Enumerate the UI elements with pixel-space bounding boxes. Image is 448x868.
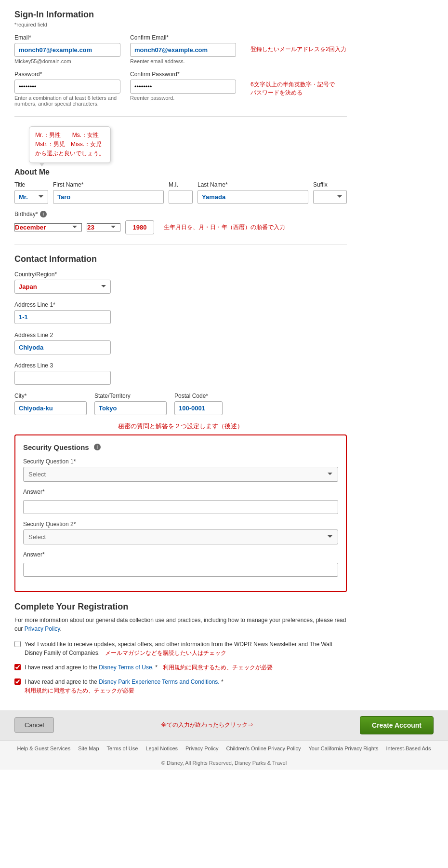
address3-input[interactable] <box>14 371 111 385</box>
security-answer2-group: Answer* <box>23 551 338 577</box>
country-select[interactable]: Japan <box>14 280 111 294</box>
birthday-annotation: 生年月日を、月・日・年（西暦）の順番で入力 <box>164 223 285 231</box>
state-input[interactable] <box>94 401 167 415</box>
privacy-policy-link[interactable]: Privacy Policy <box>25 625 60 632</box>
security-note: 秘密の質問と解答を２つ設定します（後述） <box>14 422 347 431</box>
security-answer1-group: Answer* <box>23 488 338 514</box>
about-me-heading: About Me <box>14 168 347 176</box>
last-name-label: Last Name* <box>198 181 308 188</box>
security-questions-box: Security Questions i Security Question 1… <box>14 434 347 592</box>
birthday-info-icon[interactable]: i <box>40 211 47 217</box>
city-label: City* <box>14 393 87 399</box>
park-terms-checkbox[interactable] <box>14 678 21 685</box>
bottom-annotation: 全ての入力が終わったらクリック⇒ <box>161 721 253 729</box>
confirm-email-hint: Reenter email address. <box>130 58 236 64</box>
email-label: Email* <box>14 34 120 41</box>
password-label: Password* <box>14 71 120 78</box>
footer-link-help[interactable]: Help & Guest Services <box>17 746 71 751</box>
email-placeholder-hint: Mickey55@domain.com <box>14 58 120 64</box>
address2-input[interactable] <box>14 340 111 354</box>
confirm-password-input[interactable] <box>130 80 236 94</box>
mi-label: M.I. <box>169 181 193 188</box>
footer-link-interest[interactable]: Interest-Based Ads <box>386 746 431 751</box>
title-select[interactable]: Mr. Ms. Mstr. Miss. <box>14 190 48 204</box>
address1-input[interactable] <box>14 310 111 324</box>
cancel-button[interactable]: Cancel <box>14 717 54 733</box>
suffix-label: Suffix <box>313 181 347 188</box>
terms-checkbox-row: I have read and agree to the Disney Term… <box>14 663 347 672</box>
confirm-password-label: Confirm Password* <box>130 71 236 78</box>
birthday-label: Birthday* <box>14 211 38 217</box>
footer-link-legal[interactable]: Legal Notices <box>145 746 178 751</box>
footer-copyright: © Disney, All Rights Reserved, Disney Pa… <box>0 756 448 770</box>
postal-label: Postal Code* <box>174 393 223 399</box>
confirm-email-label: Confirm Email* <box>130 34 236 41</box>
newsletter-checkbox-row: Yes! I would like to receive updates, sp… <box>14 640 347 657</box>
newsletter-annotation: メールマガジンなどを購読したい人はチェック <box>105 650 226 656</box>
park-terms-link[interactable]: Disney Park Experience Terms and Conditi… <box>99 678 220 685</box>
terms-checkbox[interactable] <box>14 664 21 670</box>
title-label: Title <box>14 181 48 188</box>
create-account-button[interactable]: Create Account <box>360 716 434 734</box>
first-name-input[interactable] <box>53 190 164 204</box>
security-heading: Security Questions i <box>23 443 338 451</box>
mi-input[interactable] <box>169 190 193 204</box>
password-annotation: 6文字以上の半角英数字・記号で パスワードを決める <box>250 81 335 97</box>
footer-link-children-privacy[interactable]: Children's Online Privacy Policy <box>226 746 301 751</box>
security-q1-group: Security Question 1* Select <box>23 458 338 482</box>
title-tooltip: Mr.：男性 Ms.：女性 Mstr.：男児 Miss.：女児 から選ぶと良いで… <box>29 126 111 163</box>
security-answer2-input[interactable] <box>23 563 338 577</box>
address2-label: Address Line 2 <box>14 332 347 339</box>
signin-heading: Sign-In Information <box>14 10 347 20</box>
address1-label: Address Line 1* <box>14 301 347 308</box>
bottom-bar: Cancel 全ての入力が終わったらクリック⇒ Create Account <box>0 710 448 740</box>
first-name-label: First Name* <box>53 181 164 188</box>
password-hint: Enter a combination of at least 6 letter… <box>14 95 120 107</box>
security-q2-group: Security Question 2* Select <box>23 521 338 544</box>
security-answer1-label: Answer* <box>23 488 338 495</box>
email-annotation: 登録したいメールアドレスを2回入力 <box>250 45 346 54</box>
country-label: Country/Region* <box>14 271 347 278</box>
security-q2-select[interactable]: Select <box>23 529 338 544</box>
newsletter-checkbox[interactable] <box>14 641 21 647</box>
park-terms-label: I have read and agree to the <box>25 678 99 685</box>
complete-heading: Complete Your Registration <box>14 602 347 612</box>
security-answer1-input[interactable] <box>23 500 338 514</box>
footer-link-sitemap[interactable]: Site Map <box>78 746 99 751</box>
security-q1-select[interactable]: Select <box>23 467 338 482</box>
park-terms-annotation: 利用規約に同意するため、チェックが必要 <box>25 687 134 694</box>
last-name-input[interactable] <box>198 190 308 204</box>
birthday-day-select[interactable]: 23 <box>87 223 120 231</box>
birthday-year-input[interactable] <box>125 220 154 234</box>
footer-links: Help & Guest Services Site Map Terms of … <box>0 740 448 756</box>
birthday-month-select[interactable]: December January February March April Ma… <box>14 223 82 231</box>
state-label: State/Territory <box>94 393 167 399</box>
security-answer2-label: Answer* <box>23 551 338 558</box>
required-note: *required field <box>14 22 347 27</box>
footer-link-ca-privacy[interactable]: Your California Privacy Rights <box>308 746 378 751</box>
email-input[interactable] <box>14 43 120 57</box>
security-q2-label: Security Question 2* <box>23 521 338 528</box>
footer-link-terms[interactable]: Terms of Use <box>107 746 138 751</box>
terms-link[interactable]: Disney Terms of Use. <box>99 664 154 671</box>
security-q1-label: Security Question 1* <box>23 458 338 465</box>
address3-label: Address Line 3 <box>14 362 347 369</box>
security-info-icon[interactable]: i <box>94 444 101 450</box>
postal-input[interactable] <box>174 401 223 415</box>
password-input[interactable] <box>14 80 120 94</box>
confirm-password-hint: Reenter password. <box>130 95 236 101</box>
city-input[interactable] <box>14 401 87 415</box>
terms-label: I have read and agree to the <box>25 664 99 671</box>
terms-annotation: 利用規約に同意するため、チェックが必要 <box>163 664 273 671</box>
complete-description: For more information about our general d… <box>14 616 347 633</box>
footer-link-privacy[interactable]: Privacy Policy <box>185 746 218 751</box>
contact-heading: Contact Information <box>14 254 347 264</box>
suffix-select[interactable] <box>313 190 347 204</box>
park-terms-checkbox-row: I have read and agree to the Disney Park… <box>14 678 347 695</box>
confirm-email-input[interactable] <box>130 43 236 57</box>
